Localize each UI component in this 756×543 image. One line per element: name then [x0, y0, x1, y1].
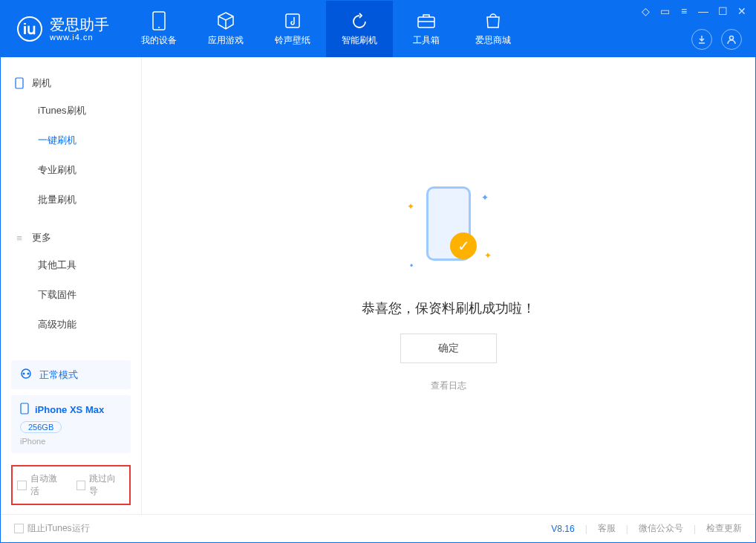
sparkle-icon: ✦: [484, 250, 492, 261]
confirm-button[interactable]: 确定: [400, 334, 497, 363]
version-text: V8.16: [551, 524, 574, 534]
device-card[interactable]: iPhone XS Max 256GB iPhone: [11, 395, 131, 453]
user-button[interactable]: [721, 29, 742, 50]
tab-ringtones-wallpapers[interactable]: 铃声壁纸: [259, 1, 326, 57]
svg-point-4: [730, 36, 734, 40]
sparkle-icon: •: [410, 261, 413, 271]
svg-point-8: [27, 373, 30, 375]
main-content: ✦ ✦ • ✦ ✓ 恭喜您，保资料刷机成功啦！ 确定 查看日志: [142, 57, 755, 514]
tab-apps-games[interactable]: 应用游戏: [192, 1, 259, 57]
sparkle-icon: ✦: [481, 192, 489, 203]
tab-label: 我的设备: [141, 34, 177, 47]
footer-link-wechat[interactable]: 微信公众号: [639, 522, 683, 535]
cb-label: 跳过向导: [89, 472, 125, 498]
separator: |: [626, 524, 628, 534]
app-title: 爱思助手: [50, 16, 109, 33]
list-icon: ≡: [14, 233, 25, 243]
footer-link-update[interactable]: 检查更新: [706, 522, 742, 535]
tab-label: 工具箱: [413, 34, 440, 47]
phone-small-icon: [14, 78, 25, 88]
close-button[interactable]: ✕: [736, 5, 748, 17]
mode-label: 正常模式: [39, 368, 78, 382]
svg-rect-3: [418, 17, 434, 27]
sparkle-icon: ✦: [407, 201, 414, 212]
separator: |: [585, 524, 587, 534]
refresh-icon: [349, 12, 370, 30]
options-row: 自动激活 跳过向导: [11, 465, 131, 505]
tab-label: 智能刷机: [342, 34, 377, 47]
sidebar-item-advanced[interactable]: 高级功能: [1, 310, 141, 339]
app-subtitle: www.i4.cn: [50, 33, 109, 42]
group-title-text: 刷机: [32, 77, 51, 90]
sidebar-item-pro-flash[interactable]: 专业刷机: [1, 155, 141, 185]
bag-icon: [483, 12, 504, 30]
device-name-text: iPhone XS Max: [35, 404, 104, 415]
tab-store[interactable]: 爱思商城: [460, 1, 527, 57]
mode-card[interactable]: 正常模式: [11, 360, 131, 389]
tab-label: 应用游戏: [208, 34, 244, 47]
device-storage-badge: 256GB: [20, 421, 62, 433]
body: 刷机 iTunes刷机 一键刷机 专业刷机 批量刷机 ≡ 更多 其他工具 下载固…: [1, 57, 755, 514]
success-message: 恭喜您，保资料刷机成功啦！: [362, 299, 535, 317]
cube-icon: [215, 12, 236, 30]
svg-rect-5: [16, 78, 23, 88]
cb-label: 阻止iTunes运行: [27, 522, 90, 535]
success-illustration: ✦ ✦ • ✦ ✓: [404, 179, 493, 283]
minimize-button[interactable]: —: [697, 5, 709, 17]
sidebar-item-oneclick-flash[interactable]: 一键刷机: [1, 126, 141, 155]
app-logo: iս 爱思助手 www.i4.cn: [1, 16, 126, 42]
sidebar: 刷机 iTunes刷机 一键刷机 专业刷机 批量刷机 ≡ 更多 其他工具 下载固…: [1, 57, 142, 514]
header-actions: [691, 29, 742, 50]
device-type-text: iPhone: [20, 437, 122, 446]
svg-rect-2: [286, 14, 299, 27]
sidebar-item-download-firmware[interactable]: 下载固件: [1, 280, 141, 310]
svg-point-7: [23, 373, 25, 375]
tab-toolbox[interactable]: 工具箱: [393, 1, 460, 57]
tab-smart-flash[interactable]: 智能刷机: [326, 1, 393, 57]
separator: |: [694, 524, 696, 534]
footer: 阻止iTunes运行 V8.16 | 客服 | 微信公众号 | 检查更新: [1, 514, 755, 542]
checkmark-icon: ✓: [450, 233, 477, 259]
view-log-link[interactable]: 查看日志: [431, 380, 466, 392]
device-phone-icon: [20, 403, 29, 417]
device-icon: [149, 12, 169, 30]
sidebar-group-more: ≡ 更多: [1, 225, 141, 250]
cb-label: 自动激活: [30, 472, 66, 498]
logo-icon: iս: [17, 16, 42, 42]
checkbox-auto-activate[interactable]: 自动激活: [17, 472, 66, 498]
sidebar-item-batch-flash[interactable]: 批量刷机: [1, 185, 141, 215]
svg-rect-9: [21, 403, 28, 414]
tab-label: 爱思商城: [475, 34, 511, 47]
titlebar-controls: ◇ ▭ ≡ — ☐ ✕: [639, 5, 748, 17]
sidebar-item-other-tools[interactable]: 其他工具: [1, 250, 141, 280]
sidebar-item-itunes-flash[interactable]: iTunes刷机: [1, 96, 141, 126]
tab-my-device[interactable]: 我的设备: [126, 1, 192, 57]
svg-point-1: [158, 27, 160, 28]
menu-icon[interactable]: ≡: [678, 5, 690, 17]
checkbox-skip-guide[interactable]: 跳过向导: [76, 472, 126, 498]
maximize-button[interactable]: ☐: [717, 5, 729, 17]
toolbox-icon: [416, 12, 437, 30]
header: iս 爱思助手 www.i4.cn 我的设备 应用游戏 铃声壁纸 智能刷机 工具…: [1, 1, 755, 57]
tab-label: 铃声壁纸: [275, 34, 310, 47]
download-button[interactable]: [691, 29, 712, 50]
group-title-text: 更多: [32, 231, 51, 244]
main-tabs: 我的设备 应用游戏 铃声壁纸 智能刷机 工具箱 爱思商城: [126, 1, 527, 57]
music-icon: [282, 12, 303, 30]
footer-link-support[interactable]: 客服: [598, 522, 616, 535]
lock-icon[interactable]: ▭: [659, 5, 671, 17]
shirt-icon[interactable]: ◇: [639, 5, 651, 17]
sidebar-group-flash: 刷机: [1, 71, 141, 96]
checkbox-block-itunes[interactable]: 阻止iTunes运行: [14, 522, 90, 535]
mode-icon: [20, 368, 32, 382]
